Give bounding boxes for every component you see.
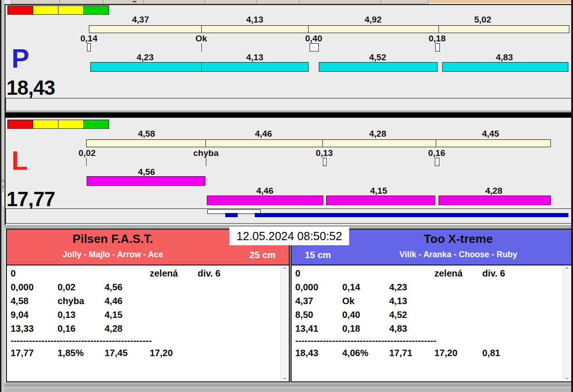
jump-height-label: 25 cm xyxy=(237,250,288,260)
scroll-up-icon[interactable]: ⌃ xyxy=(281,267,288,272)
table-cell: zelená xyxy=(150,268,178,279)
table-cell-total: 4,06% xyxy=(342,348,368,358)
lane-letter: P xyxy=(12,45,29,72)
changeover-gap-marker xyxy=(310,43,319,52)
changeover-gap-marker xyxy=(323,158,327,166)
changeover-gap-marker xyxy=(87,43,91,52)
team-name: Pilsen F.A.S.T. xyxy=(7,232,219,246)
leg-time-bar xyxy=(90,62,202,72)
table-cell: 4,58 xyxy=(11,296,29,306)
toolbar-segment[interactable] xyxy=(299,0,381,4)
toolbar-segment[interactable] xyxy=(143,0,205,4)
scroll-down-icon[interactable]: ⌄ xyxy=(281,375,288,380)
leg-time-bar xyxy=(87,176,205,186)
changeover-gap-label: 0,14 xyxy=(70,34,108,44)
table-cell: 0,000 xyxy=(295,282,318,293)
traffic-light-green-segment xyxy=(83,6,109,15)
jump-height-label: 15 cm xyxy=(295,250,341,260)
table-scrollbar[interactable]: ⌃ ⌄ xyxy=(563,266,571,381)
leg-time-bar xyxy=(201,62,309,72)
changeover-gap-label: 0,13 xyxy=(305,148,344,158)
table-cell-total: 17,71 xyxy=(389,348,412,358)
table-cell: 0 xyxy=(11,268,16,279)
traffic-light xyxy=(7,120,109,129)
table-cell: zelená xyxy=(434,268,462,279)
table-cell: 0 xyxy=(295,268,300,279)
flyball-timing-screen: H y 4,37 4,13 4,92 5,02 0,14 Ok 0,40 0,1… xyxy=(0,0,573,392)
toolbar-segment[interactable] xyxy=(205,0,257,4)
team-members: Jolly - Majlo - Arrow - Ace xyxy=(7,250,219,259)
table-cell: 4,23 xyxy=(389,282,407,293)
lane-total-time: 18,43 xyxy=(6,78,55,98)
table-cell: 4,83 xyxy=(389,323,407,334)
traffic-light-red-segment xyxy=(7,120,33,129)
datetime-display: 12.05.2024 08:50:52 xyxy=(229,227,349,245)
changeover-gap-marker xyxy=(86,158,87,166)
split-time-label: 4,45 xyxy=(468,129,514,139)
split-bar-segment xyxy=(308,25,439,33)
table-cell: 9,04 xyxy=(11,310,29,320)
changeover-gap-marker xyxy=(435,158,439,166)
toolbar-segment[interactable] xyxy=(59,0,103,4)
leg-time-bar xyxy=(326,196,435,205)
leg-time-label: 4,23 xyxy=(122,52,168,63)
traffic-light-red-segment xyxy=(7,6,33,15)
traffic-light-yellow-segment xyxy=(33,120,58,129)
split-time-label: 4,28 xyxy=(355,129,401,139)
changeover-gap-label: 0,02 xyxy=(68,148,106,158)
table-cell-total: 18,43 xyxy=(295,348,318,358)
clipped-text-fragment: y xyxy=(1,184,5,189)
changeover-gap-label: chyba xyxy=(187,148,225,158)
table-cell: 0,14 xyxy=(342,282,360,293)
traffic-light-yellow-segment xyxy=(58,120,84,129)
changeover-gap-label: 0,40 xyxy=(294,34,333,44)
scroll-down-icon[interactable]: ⌄ xyxy=(563,375,571,380)
progress-bar-long xyxy=(255,213,568,217)
bottom-band xyxy=(0,383,573,387)
toolbar-glyph xyxy=(133,1,136,2)
table-cell: 0,000 xyxy=(11,282,34,293)
split-time-label: 4,46 xyxy=(240,129,286,139)
split-time-label: 4,37 xyxy=(117,15,164,25)
toolbar-segment[interactable] xyxy=(103,0,144,4)
table-cell: 0,13 xyxy=(58,310,76,320)
traffic-light xyxy=(7,6,109,15)
table-cell: 4,28 xyxy=(105,323,123,334)
table-cell: 13,33 xyxy=(11,323,34,334)
leg-time-label: 4,15 xyxy=(356,186,402,196)
toolbar-segment[interactable] xyxy=(12,0,60,4)
table-separator: ----------------------------------------… xyxy=(11,335,152,346)
split-bar-segment xyxy=(86,139,206,147)
table-scrollbar[interactable]: ⌃ ⌄ xyxy=(281,266,288,381)
leg-time-label: 4,56 xyxy=(123,167,170,177)
table-cell-total: 1,85% xyxy=(58,348,84,358)
team-name: Too X-treme xyxy=(352,232,564,246)
traffic-light-yellow-segment xyxy=(58,6,84,15)
split-bar-segment xyxy=(322,139,436,147)
traffic-light-green-segment xyxy=(83,120,109,129)
table-cell: div. 6 xyxy=(482,268,505,279)
leg-time-label: 4,52 xyxy=(355,52,401,63)
toolbar-strip[interactable] xyxy=(11,0,428,4)
table-cell: 4,15 xyxy=(105,310,123,320)
table-cell-total: 17,45 xyxy=(105,348,128,358)
toolbar-segment[interactable] xyxy=(256,0,299,4)
leg-time-bar xyxy=(319,62,438,72)
scrollbar-thumb[interactable] xyxy=(2,191,4,207)
split-bar-segment xyxy=(201,25,309,33)
leg-time-label: 4,83 xyxy=(481,52,527,63)
changeover-gap-marker xyxy=(206,158,206,166)
lane-total-time: 17,77 xyxy=(6,189,55,209)
results-table-left: 0 zelená div. 6 0,000 0,02 4,56 4,58 chy… xyxy=(7,265,289,381)
left-scrollbar-strip[interactable]: H y xyxy=(1,0,5,392)
scroll-up-icon[interactable]: ⌃ xyxy=(563,267,571,272)
table-cell: 4,37 xyxy=(295,296,313,306)
window-right-border xyxy=(571,0,573,392)
leg-time-label: 4,28 xyxy=(471,186,517,196)
table-cell: 8,50 xyxy=(295,310,313,320)
leg-time-bar xyxy=(207,196,323,205)
table-cell: 4,52 xyxy=(389,310,407,320)
table-cell: 4,46 xyxy=(105,296,123,306)
changeover-gap-marker xyxy=(201,43,202,52)
changeover-gap-label: 0,18 xyxy=(418,34,456,44)
